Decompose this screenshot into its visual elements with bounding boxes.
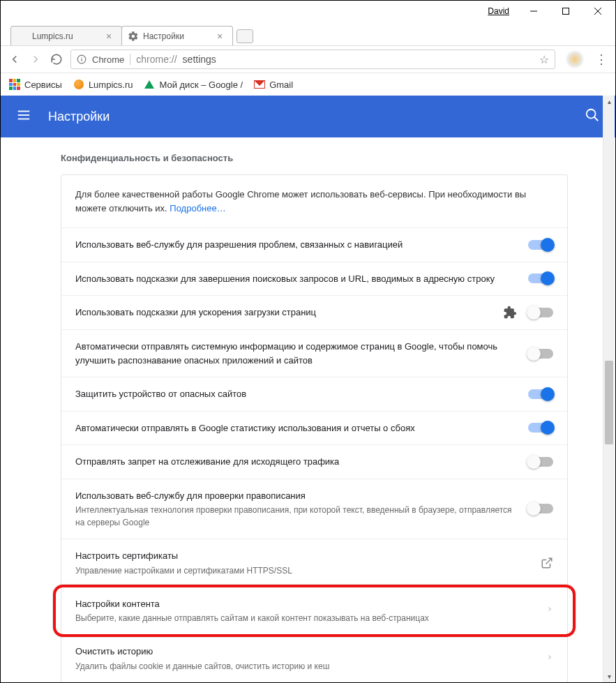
setting-row: Использовать веб-службу для разрешения п…	[61, 228, 567, 262]
gmail-icon	[254, 79, 265, 90]
setting-label: Очистить историю	[75, 645, 535, 659]
tab-settings[interactable]: Настройки ×	[121, 26, 233, 45]
setting-row: Использовать подсказки для ускорения заг…	[61, 296, 567, 330]
bookmark-apps[interactable]: Сервисы	[9, 79, 62, 90]
toggle-switch[interactable]	[528, 349, 553, 359]
privacy-card: Для более качественной работы Google Chr…	[61, 174, 568, 682]
toggle-switch[interactable]	[528, 273, 553, 283]
setting-row: Защитить устройство от опасных сайтов	[61, 377, 567, 412]
svg-line-12	[546, 558, 552, 564]
back-button[interactable]	[8, 52, 22, 66]
bookmarks-bar: Сервисы Lumpics.ru Мой диск – Google / G…	[1, 73, 615, 96]
new-tab-button[interactable]	[236, 29, 253, 43]
setting-row[interactable]: Очистить историюУдалить файлы cookie и д…	[61, 635, 567, 682]
scrollbar[interactable]: ▴ ▾	[603, 96, 615, 682]
setting-label: Автоматически отправлять в Google статис…	[75, 421, 517, 435]
lumpics-favicon	[17, 31, 28, 42]
bookmark-drive[interactable]: Мой диск – Google /	[144, 79, 243, 90]
settings-header: Настройки	[1, 96, 615, 137]
url-scheme-label: Chrome	[92, 54, 124, 65]
forward-button[interactable]	[29, 52, 43, 66]
hamburger-menu-icon[interactable]	[16, 107, 31, 126]
tab-lumpics[interactable]: Lumpics.ru ×	[10, 26, 122, 45]
tab-close-icon[interactable]: ×	[106, 31, 116, 41]
setting-label: Использовать подсказки для ускорения заг…	[75, 306, 492, 320]
toggle-switch[interactable]	[528, 240, 553, 250]
setting-label: Использовать веб-службу для проверки пра…	[75, 489, 517, 503]
tab-strip: Lumpics.ru × Настройки ×	[1, 22, 615, 45]
bookmark-lumpics[interactable]: Lumpics.ru	[73, 79, 133, 90]
scroll-track[interactable]	[603, 107, 615, 670]
setting-label: Использовать веб-службу для разрешения п…	[75, 238, 517, 252]
toolbar: Chrome chrome://settings ☆ ⋮	[1, 45, 615, 73]
tab-close-icon[interactable]: ×	[217, 31, 227, 41]
svg-point-10	[587, 109, 596, 118]
learn-more-link[interactable]: Подробнее…	[170, 203, 225, 213]
lumpics-icon	[73, 79, 84, 90]
svg-line-11	[594, 117, 599, 121]
setting-label: Автоматически отправлять системную инфор…	[75, 340, 517, 367]
window-titlebar: David	[1, 1, 615, 22]
search-icon[interactable]	[585, 107, 600, 126]
content-area: Настройки Конфиденциальность и безопасно…	[1, 96, 615, 682]
bookmark-label: Мой диск – Google /	[159, 80, 243, 90]
apps-icon	[9, 79, 20, 90]
setting-label: Защитить устройство от опасных сайтов	[75, 387, 517, 401]
setting-label: Настройки контента	[75, 597, 535, 611]
setting-row[interactable]: Настроить сертификатыУправление настройк…	[61, 539, 567, 587]
setting-sublabel: Управление настройками и сертификатами H…	[75, 564, 529, 577]
bookmark-label: Gmail	[269, 80, 293, 90]
settings-favicon	[128, 31, 139, 42]
extension-puzzle-icon	[503, 306, 517, 320]
toggle-switch[interactable]	[528, 504, 553, 513]
setting-row: Отправлять запрет на отслеживание для ис…	[61, 445, 567, 479]
toggle-switch[interactable]	[528, 423, 553, 433]
intro-text: Для более качественной работы Google Chr…	[61, 175, 567, 228]
setting-label: Отправлять запрет на отслеживание для ис…	[75, 455, 517, 469]
maximize-button[interactable]	[550, 1, 582, 22]
chrome-menu-button[interactable]: ⋮	[594, 52, 608, 67]
section-title: Конфиденциальность и безопасность	[1, 137, 615, 170]
toggle-switch[interactable]	[528, 308, 553, 317]
svg-rect-1	[563, 8, 569, 15]
address-bar[interactable]: Chrome chrome://settings ☆	[70, 50, 555, 69]
bookmark-label: Lumpics.ru	[89, 80, 133, 90]
setting-label: Настроить сертификаты	[75, 549, 529, 563]
tab-title: Настройки	[143, 31, 217, 41]
setting-sublabel: Выберите, какие данные отправлять сайтам…	[75, 612, 535, 624]
separator	[130, 54, 130, 65]
toggle-switch[interactable]	[528, 389, 553, 399]
scroll-down-icon[interactable]: ▾	[603, 670, 615, 682]
tab-title: Lumpics.ru	[32, 31, 106, 41]
setting-row: Использовать подсказки для завершения по…	[61, 262, 567, 297]
setting-row: Автоматически отправлять в Google статис…	[61, 412, 567, 446]
setting-row: Использовать веб-службу для проверки пра…	[61, 479, 567, 540]
bookmark-star-icon[interactable]: ☆	[539, 53, 549, 66]
close-button[interactable]	[582, 1, 614, 22]
setting-sublabel: Интеллектуальная технология проверки пра…	[75, 504, 517, 529]
settings-title: Настройки	[48, 110, 110, 124]
chevron-right-icon	[546, 652, 553, 665]
setting-label: Использовать подсказки для завершения по…	[75, 272, 517, 286]
profile-avatar[interactable]	[566, 51, 583, 68]
url-host: chrome://	[136, 54, 176, 65]
minimize-button[interactable]	[518, 1, 550, 22]
drive-icon	[144, 79, 155, 90]
setting-row[interactable]: Настройки контентаВыберите, какие данные…	[61, 587, 567, 636]
bookmark-gmail[interactable]: Gmail	[254, 79, 293, 90]
intro-body: Для более качественной работы Google Chr…	[75, 189, 526, 213]
profile-name[interactable]: David	[488, 6, 509, 16]
bookmark-label: Сервисы	[24, 80, 62, 90]
settings-page: Настройки Конфиденциальность и безопасно…	[1, 96, 615, 682]
site-info-icon	[77, 54, 87, 64]
toggle-switch[interactable]	[528, 457, 553, 467]
scroll-thumb[interactable]	[605, 361, 613, 444]
reload-button[interactable]	[50, 52, 63, 66]
chevron-right-icon	[546, 604, 553, 617]
url-path: settings	[183, 54, 534, 65]
scroll-up-icon[interactable]: ▴	[603, 96, 615, 107]
external-link-icon	[541, 557, 553, 569]
setting-sublabel: Удалить файлы cookie и данные сайтов, оч…	[75, 660, 535, 673]
setting-row: Автоматически отправлять системную инфор…	[61, 330, 567, 377]
